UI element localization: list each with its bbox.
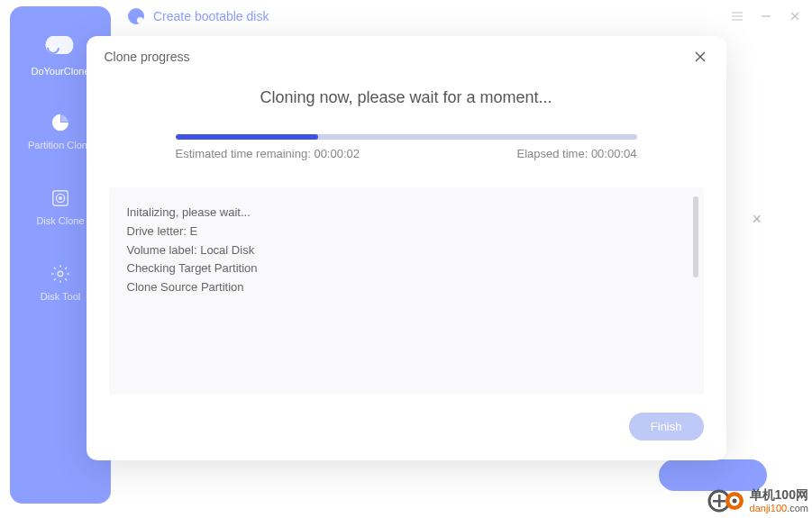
log-line: Drive letter: E bbox=[127, 223, 686, 241]
watermark: 单机100网 danji100.com bbox=[707, 487, 808, 514]
clone-progress-modal: Clone progress Cloning now, please wait … bbox=[87, 36, 726, 460]
estimated-time: Estimated time remaining: 00:00:02 bbox=[176, 147, 360, 160]
status-text: Cloning now, please wait for a moment... bbox=[154, 88, 659, 107]
log-box: Initalizing, please wait... Drive letter… bbox=[109, 187, 704, 395]
modal-title: Clone progress bbox=[105, 50, 190, 64]
progress-fill bbox=[176, 134, 319, 140]
svg-point-9 bbox=[732, 499, 736, 504]
scrollbar[interactable] bbox=[693, 196, 698, 277]
watermark-cn: 单机100网 bbox=[750, 488, 808, 502]
modal-overlay: Clone progress Cloning now, please wait … bbox=[0, 0, 812, 518]
log-line: Checking Target Partition bbox=[127, 259, 686, 278]
modal-header: Clone progress bbox=[87, 36, 726, 70]
log-line: Volume label: Local Disk bbox=[127, 241, 686, 260]
finish-button[interactable]: Finish bbox=[629, 413, 704, 441]
svg-rect-6 bbox=[713, 500, 725, 503]
time-row: Estimated time remaining: 00:00:02 Elaps… bbox=[176, 147, 637, 160]
watermark-url: danji100.com bbox=[750, 503, 808, 513]
log-line: Initalizing, please wait... bbox=[127, 204, 686, 223]
log-line: Clone Source Partition bbox=[127, 278, 686, 297]
watermark-icon bbox=[707, 487, 745, 514]
progress-bar bbox=[176, 134, 637, 140]
modal-close-button[interactable] bbox=[692, 49, 708, 65]
elapsed-time: Elapsed time: 00:00:04 bbox=[517, 147, 637, 160]
